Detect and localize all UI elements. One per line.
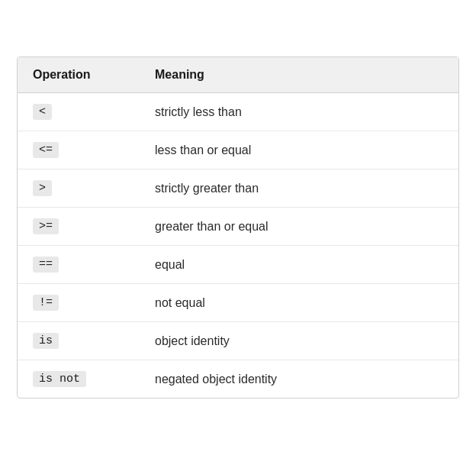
table-row: <=less than or equal [18, 131, 458, 169]
operation-badge: <= [33, 142, 59, 158]
operation-cell: < [18, 93, 140, 131]
meaning-header: Meaning [140, 57, 458, 93]
meaning-cell: strictly less than [140, 93, 458, 131]
operation-cell: <= [18, 131, 140, 169]
operation-badge: >= [33, 218, 59, 234]
operation-cell: is [18, 322, 140, 360]
table-row: >=greater than or equal [18, 208, 458, 246]
meaning-cell: less than or equal [140, 131, 458, 169]
table-header-row: Operation Meaning [18, 57, 458, 93]
operation-cell: >= [18, 208, 140, 246]
operation-cell: is not [18, 360, 140, 399]
operation-badge: == [33, 257, 59, 273]
operation-badge: is [33, 333, 59, 349]
operation-cell: != [18, 284, 140, 322]
operation-badge: is not [33, 371, 86, 387]
meaning-cell: equal [140, 246, 458, 284]
operation-badge: > [33, 180, 52, 196]
operation-cell: > [18, 169, 140, 208]
table-row: >strictly greater than [18, 169, 458, 208]
operation-cell: == [18, 246, 140, 284]
meaning-cell: greater than or equal [140, 208, 458, 246]
table-row: is notnegated object identity [18, 360, 458, 399]
table-row: isobject identity [18, 322, 458, 360]
operation-header: Operation [18, 57, 140, 93]
operation-badge: < [33, 104, 52, 120]
table-row: ==equal [18, 246, 458, 284]
table-row: <strictly less than [18, 93, 458, 131]
meaning-cell: negated object identity [140, 360, 458, 399]
comparison-table: Operation Meaning <strictly less than<=l… [17, 56, 459, 399]
meaning-cell: not equal [140, 284, 458, 322]
meaning-cell: strictly greater than [140, 169, 458, 208]
operation-badge: != [33, 295, 59, 311]
table-row: !=not equal [18, 284, 458, 322]
meaning-cell: object identity [140, 322, 458, 360]
